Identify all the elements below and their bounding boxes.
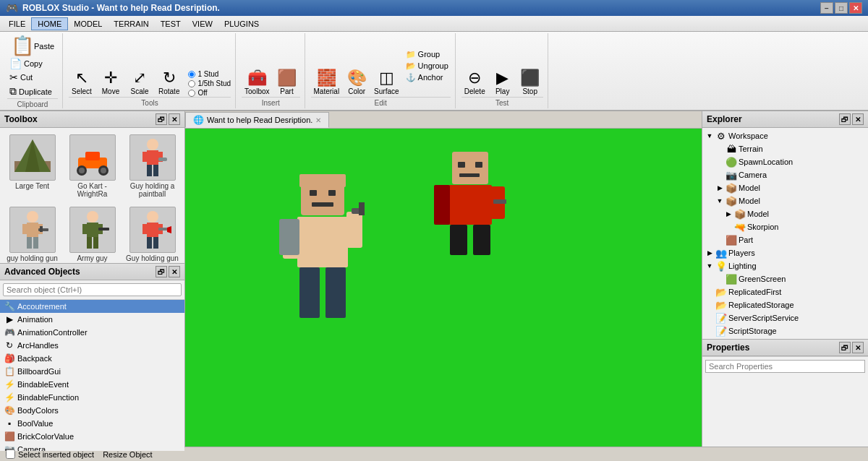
viewport[interactable] bbox=[185, 129, 702, 447]
explorer-close-button[interactable]: ✕ bbox=[852, 113, 864, 125]
explorer-header: Explorer 🗗 ✕ bbox=[702, 111, 868, 128]
svg-point-9 bbox=[147, 139, 158, 150]
stud-fifth-radio[interactable]: 1/5th Stud bbox=[188, 79, 231, 87]
menu-terrain[interactable]: TERRAIN bbox=[108, 18, 154, 30]
menu-view[interactable]: VIEW bbox=[187, 18, 218, 30]
search-object-input[interactable] bbox=[3, 283, 182, 296]
obj-item-animation[interactable]: ▶ Animation bbox=[0, 313, 184, 326]
menu-bar: FILE HOME MODEL TERRAIN TEST VIEW PLUGIN… bbox=[0, 16, 868, 32]
tree-skorpion[interactable]: 🔫 Skorpion bbox=[702, 220, 868, 233]
menu-file[interactable]: FILE bbox=[3, 18, 31, 30]
obj-item-bindableevent[interactable]: ⚡ BindableEvent bbox=[0, 378, 184, 391]
close-button[interactable]: ✕ bbox=[849, 2, 862, 14]
toolbox-close-button[interactable]: ✕ bbox=[169, 113, 180, 125]
stop-button[interactable]: ⬛ Stop bbox=[517, 69, 543, 97]
tree-replicatedfirst[interactable]: 📂 ReplicatedFirst bbox=[702, 285, 868, 298]
material-button[interactable]: 🧱 Material bbox=[311, 69, 343, 97]
obj-item-bindablefn[interactable]: ⚡ BindableFunction bbox=[0, 391, 184, 404]
terrain-icon: 🏔 bbox=[726, 143, 737, 155]
tree-part[interactable]: 🟫 Part bbox=[702, 233, 868, 246]
cut-button[interactable]: ✂ Cut bbox=[7, 71, 54, 84]
obj-item-backpack[interactable]: 🎒 Backpack bbox=[0, 352, 184, 365]
toolbox-button[interactable]: 🧰 Toolbox bbox=[242, 69, 272, 97]
model1-icon: 📦 bbox=[726, 182, 737, 194]
stud-1-radio[interactable]: 1 Stud bbox=[188, 70, 231, 78]
resize-object-label: Resize Object bbox=[103, 450, 152, 459]
lighting-icon: 💡 bbox=[715, 260, 727, 272]
move-button[interactable]: ✛ Move bbox=[98, 69, 124, 97]
obj-item-boolvalue[interactable]: ▪ BoolValue bbox=[0, 417, 184, 430]
svg-point-31 bbox=[147, 211, 158, 223]
properties-search-input[interactable] bbox=[705, 360, 865, 373]
obj-item-bodycolors[interactable]: 🎨 BodyColors bbox=[0, 404, 184, 417]
select-inserted-check[interactable]: Select inserted object bbox=[6, 449, 94, 459]
toolbox-item-gokart-image bbox=[69, 134, 116, 181]
anchor-button[interactable]: ⚓Anchor bbox=[404, 72, 451, 83]
toolbox-item-guy-gun[interactable]: guy holding gun bbox=[3, 203, 61, 263]
svg-rect-49 bbox=[310, 190, 317, 196]
obj-item-animctrl[interactable]: 🎮 AnimationController bbox=[0, 326, 184, 339]
tree-camera[interactable]: 📷 Camera bbox=[702, 168, 868, 181]
tree-serverscriptservice[interactable]: 📝 ServerScriptService bbox=[702, 311, 868, 324]
toolbox-item-guy-holding-gun-label: Guy holding gun bbox=[126, 254, 179, 262]
adv-close-button[interactable]: ✕ bbox=[169, 266, 180, 277]
tree-model-2[interactable]: ▼ 📦 Model bbox=[702, 194, 868, 207]
toolbox-item-tent[interactable]: Large Tent bbox=[3, 131, 61, 202]
menu-test[interactable]: TEST bbox=[155, 18, 187, 30]
toolbox-float-button[interactable]: 🗗 bbox=[156, 113, 167, 125]
maximize-button[interactable]: □ bbox=[835, 2, 848, 14]
tree-lighting[interactable]: ▼ 💡 Lighting bbox=[702, 259, 868, 272]
obj-item-accoutrement[interactable]: 🔧 Accoutrement bbox=[0, 300, 184, 313]
toolbox-item-guy-holding-gun[interactable]: Guy holding gun bbox=[123, 203, 182, 263]
menu-home[interactable]: HOME bbox=[31, 17, 68, 30]
copy-button[interactable]: 📄 Copy bbox=[7, 57, 54, 70]
tree-workspace[interactable]: ▼ ⚙ Workspace bbox=[702, 129, 868, 142]
tree-model-1[interactable]: ▶ 📦 Model bbox=[702, 181, 868, 194]
delete-button[interactable]: ⊖ Delete bbox=[461, 69, 488, 97]
part-button[interactable]: 🟫 Part bbox=[274, 69, 300, 97]
obj-item-archandles[interactable]: ↻ ArcHandles bbox=[0, 339, 184, 352]
tree-model-3[interactable]: ▶ 📦 Model bbox=[702, 207, 868, 220]
obj-item-billboardgui[interactable]: 📋 BillboardGui bbox=[0, 365, 184, 378]
group-button[interactable]: 📁Group bbox=[404, 49, 451, 60]
main-tab[interactable]: 🌐 Want to help Read Desription. ✕ bbox=[185, 112, 329, 128]
minimize-button[interactable]: − bbox=[820, 2, 833, 14]
ungroup-button[interactable]: 📂Ungroup bbox=[404, 61, 451, 72]
tree-scriptstorage[interactable]: 📝 ScriptStorage bbox=[702, 324, 868, 337]
toolbox-item-army-guy[interactable]: Army guy holding gun bbox=[63, 203, 122, 263]
color-button[interactable]: 🎨 Color bbox=[344, 69, 370, 97]
obj-item-brickcolorvalue[interactable]: 🟫 BrickColorValue bbox=[0, 430, 184, 443]
svg-point-24 bbox=[87, 211, 98, 223]
svg-rect-14 bbox=[153, 165, 158, 176]
camera-label: Camera bbox=[739, 171, 767, 179]
stud-off-radio[interactable]: Off bbox=[188, 89, 231, 97]
svg-rect-18 bbox=[22, 224, 28, 234]
rotate-button[interactable]: ↻ Rotate bbox=[156, 69, 182, 97]
select-inserted-checkbox[interactable] bbox=[6, 449, 15, 459]
menu-plugins[interactable]: PLUGINS bbox=[218, 18, 265, 30]
scale-button[interactable]: ⤢ Scale bbox=[127, 69, 153, 97]
adv-float-button[interactable]: 🗗 bbox=[156, 266, 167, 277]
toolbox-item-guy-paintball[interactable]: Guy holding a paintball bbox=[123, 131, 182, 202]
explorer-float-button[interactable]: 🗗 bbox=[839, 113, 851, 125]
tree-spawnlocation[interactable]: 🟢 SpawnLocation bbox=[702, 155, 868, 168]
select-button[interactable]: ↖ Select bbox=[69, 69, 95, 97]
paste-button[interactable]: 📋 Paste bbox=[7, 35, 58, 56]
properties-close-button[interactable]: ✕ bbox=[852, 342, 864, 353]
tree-replicatedstorage[interactable]: 📂 ReplicatedStorage bbox=[702, 298, 868, 311]
menu-model[interactable]: MODEL bbox=[68, 18, 108, 30]
toolbox-item-guy-paintball-label: Guy holding a paintball bbox=[125, 182, 179, 198]
tree-players[interactable]: ▶ 👥 Players bbox=[702, 246, 868, 259]
tab-close-button[interactable]: ✕ bbox=[315, 116, 321, 124]
workspace-icon: ⚙ bbox=[715, 130, 727, 142]
model1-arrow: ▶ bbox=[715, 184, 724, 191]
duplicate-button[interactable]: ⧉ Duplicate bbox=[7, 85, 54, 98]
tree-greenscreen[interactable]: 🟩 GreenScreen bbox=[702, 272, 868, 285]
toolbox-item-gokart[interactable]: Go Kart - WrightRa bbox=[63, 131, 122, 202]
surface-button[interactable]: ◫ Surface bbox=[371, 69, 401, 97]
properties-float-button[interactable]: 🗗 bbox=[839, 342, 851, 353]
tree-terrain[interactable]: 🏔 Terrain bbox=[702, 142, 868, 155]
play-button[interactable]: ▶ Play bbox=[490, 69, 516, 97]
lighting-arrow: ▼ bbox=[705, 262, 714, 270]
tools-label: Tools bbox=[69, 97, 231, 107]
